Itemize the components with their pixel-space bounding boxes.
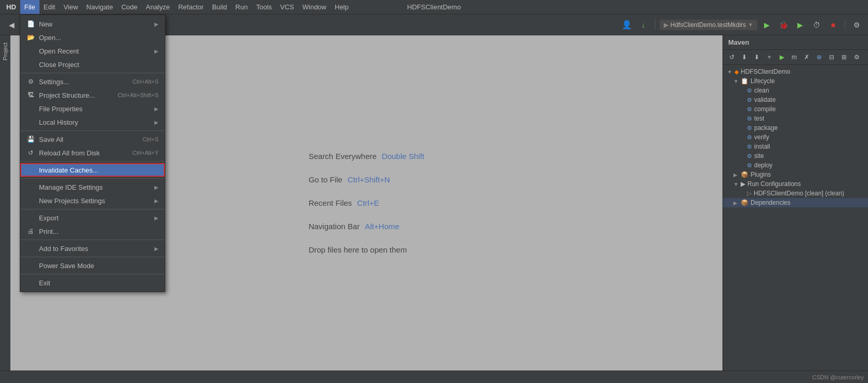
hint-recent-text: Recent Files <box>309 199 352 207</box>
maven-toolbar: ↺ ⬇ ⬇ + ▶ m ✗ ⊕ ⊟ ⊞ ⚙ <box>723 50 868 65</box>
hint-search: Search Everywhere Double Shift <box>309 152 425 161</box>
maven-run-config-item[interactable]: ▷ HDFSClientDemo [clean] (clean) <box>723 189 868 198</box>
menu-help[interactable]: Help <box>331 0 353 14</box>
menu-entry-power-save[interactable]: Power Save Mode <box>20 259 165 272</box>
menu-file[interactable]: File <box>20 0 40 14</box>
run-config-selector[interactable]: ▶ HdfsClientDemo.testMkdirs ▼ <box>660 20 757 30</box>
menu-run[interactable]: Run <box>231 0 252 14</box>
menu-entry-new[interactable]: 📄 New ▶ <box>20 17 165 31</box>
menu-window[interactable]: Window <box>298 0 331 14</box>
maven-lifecycle-compile[interactable]: compile <box>723 104 868 114</box>
side-tab-project[interactable]: Project <box>1 39 10 63</box>
menu-entry-reload[interactable]: ↺ Reload All from Disk Ctrl+Alt+Y <box>20 146 165 160</box>
maven-lifecycle-verify[interactable]: verify <box>723 133 868 142</box>
maven-lifecycle-deploy[interactable]: deploy <box>723 161 868 170</box>
menu-hd[interactable]: HD <box>2 0 20 14</box>
toolbar-user-btn[interactable]: 👤 <box>620 18 634 32</box>
status-bar: CSDN @cutercorley <box>0 371 868 383</box>
menu-tools[interactable]: Tools <box>252 0 276 14</box>
debug-btn[interactable]: 🐞 <box>776 18 791 32</box>
menu-entry-export[interactable]: Export ▶ <box>20 211 165 224</box>
menu-sep5 <box>20 209 165 209</box>
settings-icon: ⚙ <box>27 77 35 86</box>
maven-expand-btn[interactable]: ⊞ <box>838 51 850 63</box>
maven-lifecycle-site[interactable]: site <box>723 151 868 161</box>
menu-entry-open-recent[interactable]: Open Recent ▶ <box>20 44 165 58</box>
menu-entry-close-project[interactable]: Close Project <box>20 58 165 71</box>
maven-dependencies-group[interactable]: ▶ 📦 Dependencies <box>723 198 868 207</box>
side-strip: Project <box>0 35 10 371</box>
menu-sep7 <box>20 257 165 257</box>
save-icon: 💾 <box>27 135 35 143</box>
menu-entry-exit[interactable]: Exit <box>20 276 165 289</box>
maven-lifecycle-package[interactable]: package <box>723 123 868 133</box>
file-dropdown-menu: 📄 New ▶ 📂 Open... Open Recent ▶ Close Pr… <box>20 15 165 292</box>
print-icon: 🖨 <box>27 227 35 235</box>
maven-settings-btn[interactable]: ⚙ <box>851 51 862 63</box>
menu-build[interactable]: Build <box>208 0 231 14</box>
open-icon: 📂 <box>27 33 35 42</box>
menu-entry-file-properties[interactable]: File Properties ▶ <box>20 102 165 115</box>
menu-entry-settings[interactable]: ⚙ Settings... Ctrl+Alt+S <box>20 75 165 88</box>
project-structure-icon: 🏗 <box>27 91 35 99</box>
menu-analyze[interactable]: Analyze <box>141 0 174 14</box>
menu-entry-local-history[interactable]: Local History ▶ <box>20 115 165 129</box>
maven-skip-tests-btn[interactable]: ✗ <box>801 51 812 63</box>
maven-run-btn[interactable]: ▶ <box>776 51 787 63</box>
app-title: HDFSClientDemo <box>407 3 461 11</box>
hint-drop-text: Drop files here to open them <box>309 245 407 254</box>
toolbar-update-btn[interactable]: ↓ <box>636 18 651 32</box>
status-right-text: CSDN @cutercorley <box>812 374 864 380</box>
run-btn[interactable]: ▶ <box>759 18 774 32</box>
menu-entry-print[interactable]: 🖨 Print... <box>20 224 165 238</box>
menu-sep2 <box>20 130 165 131</box>
maven-plugins-group[interactable]: ▶ 📦 Plugins <box>723 170 868 179</box>
menu-view[interactable]: View <box>59 0 82 14</box>
menu-edit[interactable]: Edit <box>40 0 59 14</box>
maven-project-root[interactable]: ▼ HDFSClientDemo <box>723 67 868 76</box>
menu-entry-manage-ide[interactable]: Manage IDE Settings ▶ <box>20 180 165 194</box>
hint-search-text: Search Everywhere <box>309 152 377 161</box>
menu-sep4 <box>20 178 165 179</box>
menu-sep1 <box>20 73 165 73</box>
menu-navigate[interactable]: Navigate <box>82 0 117 14</box>
maven-panel: Maven ↺ ⬇ ⬇ + ▶ m ✗ ⊕ ⊟ ⊞ ⚙ ▼ HDFSClient… <box>722 35 868 371</box>
menu-entry-new-projects-settings[interactable]: New Projects Settings ▶ <box>20 194 165 207</box>
maven-add-btn[interactable]: + <box>764 51 775 63</box>
menu-entry-invalidate-caches[interactable]: Invalidate Caches... <box>20 163 165 177</box>
menu-entry-open[interactable]: 📂 Open... <box>20 31 165 44</box>
toolbar-sep4 <box>845 20 845 30</box>
editor-hints: Search Everywhere Double Shift Go to Fil… <box>309 152 425 254</box>
menu-refactor[interactable]: Refactor <box>174 0 208 14</box>
maven-run-configs-group[interactable]: ▼ ▶ Run Configurations <box>723 179 868 189</box>
menu-entry-project-structure[interactable]: 🏗 Project Structure... Ctrl+Alt+Shift+S <box>20 88 165 102</box>
maven-lifecycle-clean[interactable]: clean <box>723 86 868 95</box>
menu-bar: HD File Edit View Navigate Code Analyze … <box>0 0 868 15</box>
maven-download-sources-btn[interactable]: ⬇ <box>739 51 750 63</box>
maven-lifecycle-group[interactable]: ▼ 📋 Lifecycle <box>723 76 868 86</box>
stop-btn[interactable]: ■ <box>826 18 840 32</box>
maven-toggle-btn[interactable]: ⊕ <box>813 51 825 63</box>
toolbar-sep3 <box>655 20 655 30</box>
settings-btn[interactable]: ⚙ <box>849 18 864 32</box>
menu-code[interactable]: Code <box>117 0 141 14</box>
maven-lifecycle-test[interactable]: test <box>723 114 868 123</box>
coverage-btn[interactable]: ▶ <box>793 18 807 32</box>
hint-goto-shortcut: Ctrl+Shift+N <box>348 175 390 184</box>
menu-entry-save-all[interactable]: 💾 Save All Ctrl+S <box>20 133 165 146</box>
new-icon: 📄 <box>27 20 35 28</box>
profile-btn[interactable]: ⏱ <box>809 18 824 32</box>
hint-search-shortcut: Double Shift <box>382 152 425 161</box>
toolbar-back-btn[interactable]: ◀ <box>4 18 19 32</box>
maven-download-docs-btn[interactable]: ⬇ <box>751 51 762 63</box>
reload-icon: ↺ <box>27 149 35 157</box>
menu-entry-add-favorites[interactable]: Add to Favorites ▶ <box>20 242 165 255</box>
maven-run-debug-btn[interactable]: m <box>788 51 800 63</box>
maven-reload-btn[interactable]: ↺ <box>726 51 738 63</box>
menu-vcs[interactable]: VCS <box>276 0 298 14</box>
maven-lifecycle-validate[interactable]: validate <box>723 95 868 104</box>
maven-lifecycle-install[interactable]: install <box>723 142 868 151</box>
maven-collapse-btn[interactable]: ⊟ <box>826 51 837 63</box>
hint-navbar: Navigation Bar Alt+Home <box>309 222 400 231</box>
hint-goto-text: Go to File <box>309 175 343 184</box>
